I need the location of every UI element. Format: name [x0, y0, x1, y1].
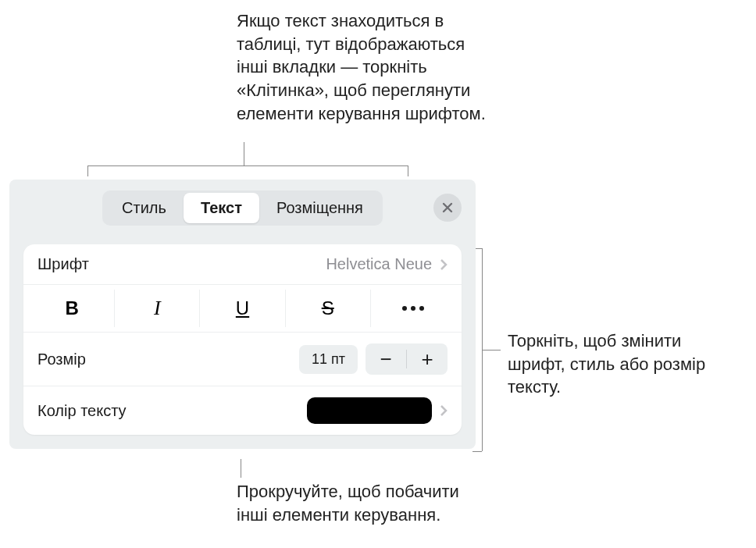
text-color-swatch[interactable]: [307, 397, 432, 424]
callout-font-controls: Торкніть, щоб змінити шрифт, стиль або р…: [508, 329, 742, 399]
close-icon: [441, 201, 454, 214]
strike-glyph: S: [322, 297, 334, 319]
size-label: Розмір: [37, 351, 86, 368]
bold-glyph: B: [65, 297, 78, 319]
more-icon: [402, 306, 424, 311]
text-style-row: B I U S: [23, 285, 462, 333]
chevron-right-icon: [440, 258, 448, 271]
font-row[interactable]: Шрифт Helvetica Neue: [23, 244, 462, 285]
size-row: Розмір 11 пт − +: [23, 333, 462, 386]
panel-header: Стиль Текст Розміщення: [9, 180, 476, 237]
bold-button[interactable]: B: [30, 290, 115, 327]
underline-button[interactable]: U: [200, 290, 285, 327]
size-stepper: − +: [366, 343, 448, 375]
underline-glyph: U: [236, 297, 249, 319]
chevron-right-icon: [440, 404, 448, 417]
italic-button[interactable]: I: [115, 290, 200, 327]
format-tabs: Стиль Текст Розміщення: [102, 190, 383, 226]
leader-line: [408, 165, 408, 176]
strikethrough-button[interactable]: S: [286, 290, 371, 327]
callout-scroll: Прокручуйте, щоб побачити інші елементи …: [237, 480, 494, 526]
font-label: Шрифт: [37, 255, 89, 273]
tab-text[interactable]: Текст: [184, 193, 259, 223]
leader-line: [87, 165, 88, 176]
leader-line: [482, 248, 483, 451]
size-increase-button[interactable]: +: [407, 343, 448, 375]
font-value: Helvetica Neue: [326, 255, 432, 273]
text-color-label: Колір тексту: [37, 402, 127, 420]
leader-line: [482, 350, 501, 351]
leader-line: [241, 459, 241, 478]
text-color-row[interactable]: Колір тексту: [23, 386, 462, 435]
text-card: Шрифт Helvetica Neue B I U S Розмір 11 п…: [23, 244, 462, 435]
callout-tabs: Якщо текст знаходиться в таблиці, тут ві…: [237, 9, 494, 125]
size-value-button[interactable]: 11 пт: [299, 345, 358, 374]
tab-layout[interactable]: Розміщення: [259, 193, 380, 223]
size-decrease-button[interactable]: −: [366, 343, 406, 375]
leader-line: [472, 451, 482, 452]
more-styles-button[interactable]: [371, 290, 455, 327]
italic-glyph: I: [154, 297, 161, 320]
close-button[interactable]: [433, 194, 462, 222]
tab-style[interactable]: Стиль: [105, 193, 184, 223]
format-panel: Стиль Текст Розміщення Шрифт Helvetica N…: [9, 180, 476, 449]
leader-line: [244, 142, 244, 165]
leader-line: [87, 165, 408, 166]
